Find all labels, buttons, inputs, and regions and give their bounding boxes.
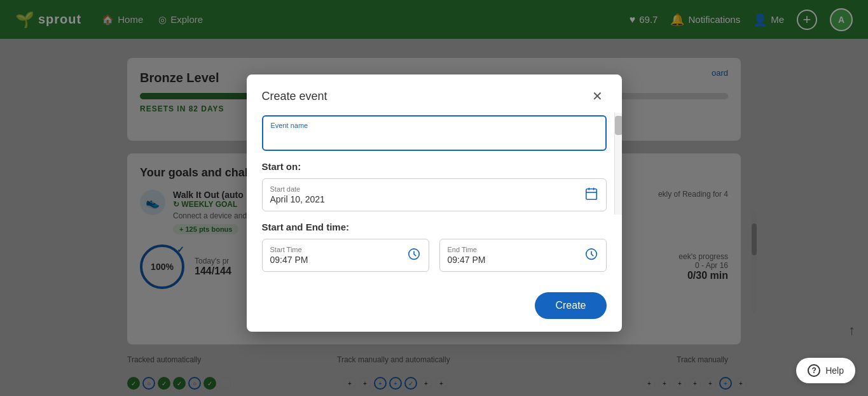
start-time-value: 09:47 PM	[270, 255, 308, 265]
start-time-label: Start Time	[270, 246, 308, 253]
start-on-label: Start on:	[262, 161, 607, 172]
start-date-label: Start date	[270, 185, 325, 193]
start-time-field[interactable]: Start Time 09:47 PM	[262, 239, 429, 272]
modal-scrollbar[interactable]	[614, 113, 622, 215]
event-name-field[interactable]: Event name	[262, 115, 607, 151]
modal-header: Create event ✕	[247, 74, 622, 115]
svg-rect-0	[586, 188, 596, 199]
time-row: Start Time 09:47 PM End Time 09:47 PM	[262, 239, 607, 272]
modal-title: Create event	[262, 90, 327, 103]
start-time-inner: Start Time 09:47 PM	[270, 246, 308, 265]
help-button[interactable]: ? Help	[796, 358, 855, 383]
calendar-icon	[584, 187, 598, 204]
event-name-input[interactable]	[271, 131, 598, 145]
close-icon: ✕	[592, 88, 603, 104]
modal-close-button[interactable]: ✕	[589, 87, 607, 105]
event-name-label: Event name	[271, 122, 598, 129]
end-time-label: End Time	[448, 246, 486, 253]
end-time-value: 09:47 PM	[448, 255, 486, 265]
start-date-value: April 10, 2021	[270, 194, 325, 204]
create-event-modal: Create event ✕ Event name Start on: Star…	[247, 74, 622, 332]
clock-icon-start	[407, 247, 421, 264]
help-icon: ?	[808, 364, 820, 377]
date-field-inner: Start date April 10, 2021	[270, 185, 325, 204]
modal-body: Event name Start on: Start date April 10…	[247, 115, 622, 282]
start-date-field[interactable]: Start date April 10, 2021	[262, 178, 607, 211]
end-time-field[interactable]: End Time 09:47 PM	[439, 239, 607, 272]
modal-footer: Create	[247, 282, 622, 332]
create-button[interactable]: Create	[535, 292, 606, 319]
modal-scroll-thumb[interactable]	[615, 116, 622, 135]
end-time-inner: End Time 09:47 PM	[448, 246, 486, 265]
clock-icon-end	[584, 247, 598, 264]
help-label: Help	[825, 365, 844, 376]
start-end-time-label: Start and End time:	[262, 222, 607, 232]
